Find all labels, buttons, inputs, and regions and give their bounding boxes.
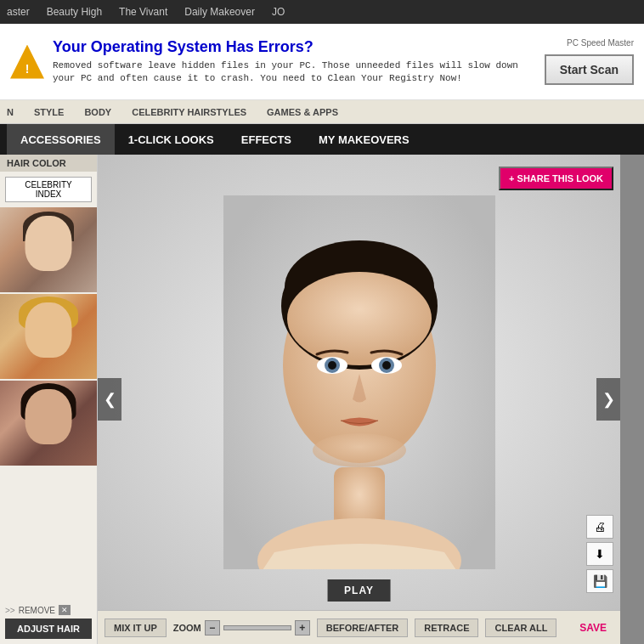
remove-x-button[interactable]: ✕ <box>59 605 71 615</box>
main-canvas: + SHARE THIS LOOK ❮ ❯ <box>98 155 620 644</box>
print-icon: 🖨 <box>594 520 606 534</box>
model-face-svg <box>223 195 495 569</box>
main-nav-effects[interactable]: EFFECTS <box>228 124 305 155</box>
play-button[interactable]: PLAY <box>327 579 391 602</box>
ad-text-block: Your Operating System Has Errors? Remove… <box>53 38 534 86</box>
start-scan-button[interactable]: Start Scan <box>545 54 634 85</box>
remove-arrows-icon: >> <box>5 606 15 615</box>
remove-row: >> REMOVE ✕ <box>5 605 92 615</box>
sec-nav-n[interactable]: N <box>7 107 14 117</box>
main-nav-my-makeovers[interactable]: MY MAKEOVERS <box>305 124 423 155</box>
canvas-tools: 🖨 ⬇ 💾 <box>586 515 613 593</box>
print-tool-button[interactable]: 🖨 <box>586 515 613 539</box>
zoom-slider-track <box>224 626 291 630</box>
celeb-thumb-3[interactable] <box>0 381 97 466</box>
top-nav-beauty-high[interactable]: Beauty High <box>47 6 102 18</box>
save-icon: 💾 <box>593 574 607 588</box>
model-container <box>98 155 620 610</box>
face-shape-1 <box>25 216 72 271</box>
model-background <box>98 155 620 610</box>
main-nav-accessories[interactable]: ACCESSORIES <box>7 124 115 155</box>
next-arrow-button[interactable]: ❯ <box>596 378 620 421</box>
content-area: HAIR COLOR CELEBRITY INdEX >> REMOVE ✕ A… <box>0 155 644 644</box>
sec-nav-style[interactable]: STYLE <box>34 107 64 117</box>
svg-point-11 <box>328 361 336 370</box>
celeb-thumb-2[interactable] <box>0 294 97 379</box>
celebrity-index-button[interactable]: CELEBRITY INdEX <box>5 177 92 202</box>
before-after-button[interactable]: BEFORE/AFTER <box>317 619 409 637</box>
zoom-label: ZOOM <box>173 623 201 633</box>
zoom-plus-button[interactable]: + <box>295 620 310 636</box>
sec-nav-body[interactable]: BODY <box>84 107 111 117</box>
zoom-slider[interactable] <box>223 625 291 630</box>
mix-it-up-button[interactable]: MIX IT UP <box>105 619 167 637</box>
svg-point-12 <box>382 361 391 370</box>
face-shape-2 <box>25 302 72 358</box>
ad-banner: Your Operating System Has Errors? Remove… <box>0 24 644 100</box>
main-nav: ACCESSORIES 1-CLICK LOOKS EFFECTS MY MAK… <box>0 124 644 155</box>
ad-source-label: PC Speed Master <box>567 38 634 48</box>
right-strip <box>620 155 644 644</box>
download-icon: ⬇ <box>595 547 605 561</box>
share-this-look-button[interactable]: + SHARE THIS LOOK <box>499 167 613 190</box>
sec-nav-games-apps[interactable]: GAMES & APPS <box>267 107 338 117</box>
ad-title[interactable]: Your Operating System Has Errors? <box>53 38 534 56</box>
zoom-minus-button[interactable]: − <box>205 620 220 636</box>
top-nav-jo[interactable]: JO <box>272 6 285 18</box>
save-tool-button[interactable]: 💾 <box>586 569 613 593</box>
secondary-nav: N STYLE BODY CELEBRITY HAIRSTYLES GAMES … <box>0 100 644 124</box>
retrace-button[interactable]: RETRACE <box>415 619 478 637</box>
top-nav-bar: aster Beauty High The Vivant Daily Makeo… <box>0 0 644 24</box>
sec-nav-celebrity-hairstyles[interactable]: CELEBRITY HAIRSTYLES <box>132 107 246 117</box>
prev-arrow-button[interactable]: ❮ <box>98 378 121 421</box>
download-tool-button[interactable]: ⬇ <box>586 542 613 566</box>
svg-point-13 <box>313 433 406 467</box>
ad-right-block: PC Speed Master Start Scan <box>545 38 634 85</box>
svg-point-6 <box>287 272 432 365</box>
ad-body: Removed software leave hidden files in y… <box>53 59 534 86</box>
ad-warning-icon <box>10 45 44 79</box>
main-nav-1click-looks[interactable]: 1-CLICK LOOKS <box>115 124 228 155</box>
save-button[interactable]: SAVE <box>573 619 613 637</box>
adjust-hair-button[interactable]: ADJUST HAIR <box>5 619 92 639</box>
top-nav-aster[interactable]: aster <box>7 6 30 18</box>
hair-color-section-title: HAIR COLOR <box>0 155 97 172</box>
sidebar: HAIR COLOR CELEBRITY INdEX >> REMOVE ✕ A… <box>0 155 98 644</box>
celeb-thumb-1[interactable] <box>0 207 97 292</box>
bottom-toolbar: MIX IT UP ZOOM − + BEFORE/AFTER RETRACE … <box>98 610 620 644</box>
top-nav-the-vivant[interactable]: The Vivant <box>119 6 167 18</box>
face-shape-3 <box>25 389 72 444</box>
sidebar-bottom: >> REMOVE ✕ ADJUST HAIR <box>0 600 97 644</box>
top-nav-daily-makeover[interactable]: Daily Makeover <box>184 6 255 18</box>
zoom-control: ZOOM − + <box>173 620 310 636</box>
remove-label: REMOVE <box>19 606 55 615</box>
clear-all-button[interactable]: CLEAR ALL <box>485 619 556 637</box>
